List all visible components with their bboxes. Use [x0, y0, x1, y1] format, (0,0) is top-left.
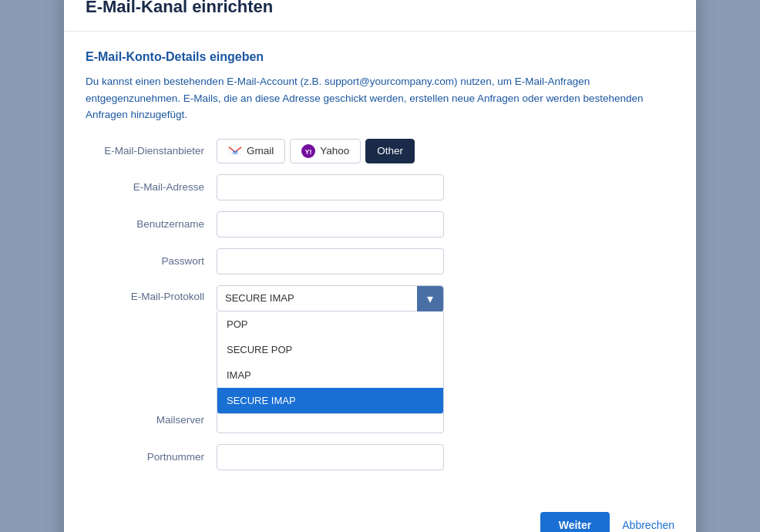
modal-footer: Weiter Abbrechen: [64, 500, 696, 532]
password-row: Passwort: [86, 248, 674, 274]
password-label: Passwort: [86, 255, 217, 267]
modal: E-Mail-Kanal einrichten E-Mail-Konto-Det…: [64, 0, 696, 532]
username-label: Benutzername: [86, 218, 217, 230]
portnumber-input[interactable]: [217, 444, 444, 470]
password-input[interactable]: [217, 248, 444, 274]
svg-text:M: M: [233, 149, 238, 156]
protocol-wrapper: SECURE IMAP POP SECURE POP IMAP SECURE I…: [217, 285, 444, 311]
yahoo-label: Yahoo: [320, 145, 349, 157]
modal-body: E-Mail-Konto-Details eingeben Du kannst …: [64, 32, 696, 500]
gmail-icon: M: [228, 144, 242, 158]
svg-text:Y!: Y!: [305, 148, 312, 156]
gmail-label: Gmail: [247, 145, 274, 157]
modal-title: E-Mail-Kanal einrichten: [86, 0, 674, 17]
protocol-row: E-Mail-Protokoll SECURE IMAP POP SECURE …: [86, 285, 674, 311]
protocol-label: E-Mail-Protokoll: [86, 285, 217, 302]
provider-row: E-Mail-Dienstanbieter M Gmail: [86, 139, 674, 163]
mailserver-label: Mailserver: [86, 414, 217, 426]
username-row: Benutzername: [86, 211, 674, 237]
yahoo-icon: Y!: [301, 144, 315, 158]
email-row: E-Mail-Adresse: [86, 174, 674, 200]
option-secure-imap[interactable]: SECURE IMAP: [217, 388, 443, 413]
protocol-selected: SECURE IMAP: [217, 292, 443, 304]
provider-label: E-Mail-Dienstanbieter: [86, 145, 217, 157]
option-secure-pop[interactable]: SECURE POP: [217, 337, 443, 362]
portnumber-row: Portnummer: [86, 444, 674, 470]
modal-header: E-Mail-Kanal einrichten: [64, 0, 696, 32]
gmail-button[interactable]: M Gmail: [217, 139, 285, 163]
username-input[interactable]: [217, 211, 444, 237]
protocol-dropdown: POP SECURE POP IMAP SECURE IMAP: [217, 311, 444, 414]
option-pop[interactable]: POP: [217, 311, 443, 337]
portnumber-label: Portnummer: [86, 451, 217, 463]
email-label: E-Mail-Adresse: [86, 181, 217, 193]
section-title: E-Mail-Konto-Details eingeben: [86, 50, 674, 64]
email-input[interactable]: [217, 174, 444, 200]
next-button[interactable]: Weiter: [540, 512, 610, 532]
yahoo-button[interactable]: Y! Yahoo: [290, 139, 361, 163]
option-imap[interactable]: IMAP: [217, 362, 443, 388]
info-text: Du kannst einen bestehenden E-Mail-Accou…: [86, 73, 674, 123]
other-label: Other: [377, 145, 403, 157]
provider-buttons: M Gmail Y! Yahoo Other: [217, 139, 415, 163]
cancel-button[interactable]: Abbrechen: [622, 519, 674, 531]
other-button[interactable]: Other: [365, 139, 415, 163]
